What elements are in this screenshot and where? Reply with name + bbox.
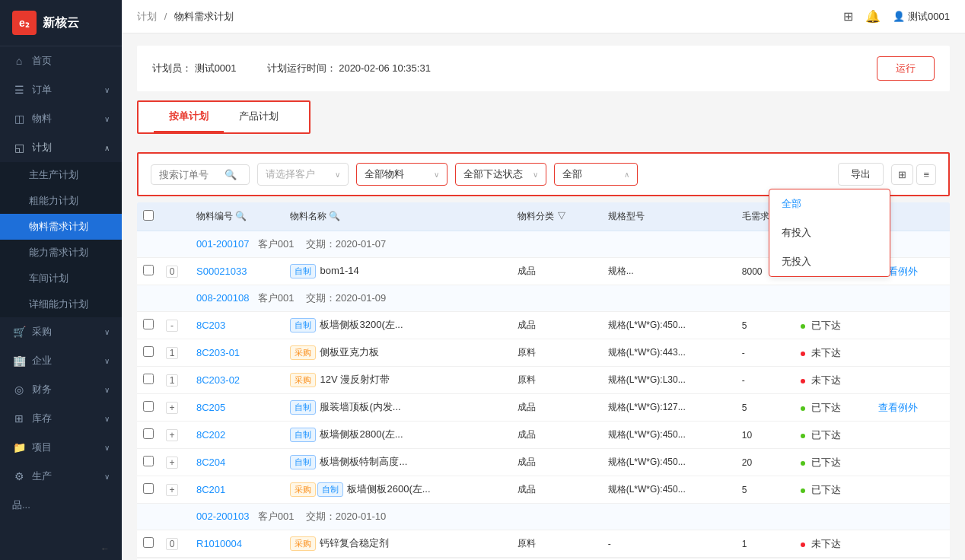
row-checkbox[interactable] (143, 265, 154, 275)
order-delivery: 交期：2020-01-09 (306, 292, 387, 304)
order-delivery: 交期：2020-01-10 (306, 511, 387, 522)
status-text: 未下达 (811, 374, 841, 386)
logo-icon: e₂ (12, 11, 37, 35)
material-code-link[interactable]: 8C203 (196, 320, 225, 331)
expand-btn[interactable]: 1 (166, 374, 178, 387)
sidebar-item-company[interactable]: 🏢 企业 ∨ (0, 346, 122, 375)
row-checkbox[interactable] (143, 537, 154, 548)
sidebar-item-master-plan[interactable]: 主生产计划 (0, 162, 122, 188)
run-time-info: 计划运行时间： 2020-02-06 10:35:31 (267, 62, 431, 75)
expand-btn[interactable]: + (166, 429, 178, 441)
export-button[interactable]: 导出 (838, 163, 884, 186)
material-select[interactable]: 全部物料 ∨ (356, 163, 447, 186)
sidebar-item-label: 物料 (32, 112, 52, 126)
dropdown-item-with-input[interactable]: 有投入 (769, 218, 890, 247)
status-text: 已下达 (811, 457, 841, 468)
sidebar-item-mrp[interactable]: 物料需求计划 (0, 214, 122, 240)
material-category-cell: 成品 (511, 312, 601, 339)
material-name: 12V 漫反射灯带 (320, 374, 390, 385)
expand-btn[interactable]: + (166, 402, 178, 414)
list-view-btn[interactable]: ≡ (916, 164, 936, 185)
sidebar-item-order[interactable]: ☰ 订单 ∨ (0, 75, 122, 104)
material-code-link[interactable]: 8C205 (196, 402, 225, 413)
spec-cell: 规格(L*W*G):443... (602, 339, 736, 367)
expand-btn[interactable]: + (166, 457, 178, 469)
order-no-link[interactable]: 002-200103 (196, 511, 249, 522)
spec-cell: 规格(L*W*G):450... (602, 449, 736, 476)
row-checkbox[interactable] (143, 374, 154, 384)
sidebar-item-detail-capacity[interactable]: 详细能力计划 (0, 291, 122, 317)
dropdown-item-all[interactable]: 全部 (769, 189, 890, 218)
expand-btn[interactable]: - (166, 320, 178, 332)
material-code-link[interactable]: 8C203-02 (196, 374, 240, 386)
sidebar-item-production[interactable]: ⚙ 生产 ∨ (0, 462, 122, 491)
material-name: 板墙侧板3200(左... (320, 319, 403, 330)
expand-btn[interactable]: 0 (166, 266, 178, 278)
row-checkbox[interactable] (143, 483, 154, 494)
status-dot (801, 542, 805, 547)
sidebar-item-more[interactable]: 品... (0, 491, 122, 520)
status-dot (801, 406, 805, 411)
expand-btn[interactable]: 0 (166, 538, 178, 550)
tab-by-order[interactable]: 按单计划 (154, 102, 224, 132)
sidebar-collapse-btn[interactable]: ← (0, 537, 122, 560)
chevron-up-icon: ∧ (624, 170, 629, 179)
sidebar-item-home[interactable]: ⌂ 首页 (0, 46, 122, 75)
row-checkbox[interactable] (143, 346, 154, 357)
sidebar-item-material[interactable]: ◫ 物料 ∨ (0, 104, 122, 133)
table-row: + 8C205 自制 服装墙顶板(内发... 成品 规格(L*W*G):127.… (137, 394, 950, 422)
grid-icon[interactable]: ⊞ (843, 9, 853, 24)
action-link[interactable]: 查看例外 (878, 402, 918, 413)
material-code-link[interactable]: 8C201 (196, 484, 225, 495)
sidebar-item-capacity-req[interactable]: 能力需求计划 (0, 240, 122, 266)
col-material-name: 物料名称 🔍 (284, 202, 511, 231)
row-checkbox[interactable] (143, 428, 154, 439)
user-menu[interactable]: 👤 测试0001 (893, 10, 950, 24)
table-order-row: 002-200103 客户001 交期：2020-01-10 (137, 504, 950, 530)
row-checkbox[interactable] (143, 401, 154, 412)
expand-btn[interactable]: + (166, 484, 178, 496)
delivery-select[interactable]: 全部 ∧ (554, 163, 638, 186)
expand-btn[interactable]: 1 (166, 347, 178, 359)
material-code-link[interactable]: 8C202 (196, 429, 225, 441)
customer-select[interactable]: 请选择客户 ∨ (257, 163, 349, 186)
chevron-down-icon: ∨ (104, 386, 110, 394)
sidebar-item-workshop-plan[interactable]: 车间计划 (0, 266, 122, 291)
select-all-checkbox[interactable] (143, 210, 154, 221)
sidebar-item-project[interactable]: 📁 项目 ∨ (0, 433, 122, 462)
demand-cell: 10 (736, 422, 795, 449)
order-no-field[interactable] (159, 169, 220, 180)
material-name: 服装墙顶板(内发... (320, 401, 400, 412)
material-code-link[interactable]: 8C204 (196, 457, 225, 468)
sidebar-item-rough-capacity[interactable]: 粗能力计划 (0, 188, 122, 214)
order-search-input[interactable]: 🔍 (151, 164, 250, 185)
sidebar-item-label: 计划 (32, 141, 52, 154)
material-code-link[interactable]: S00021033 (196, 266, 247, 277)
chevron-down-icon: ∨ (104, 86, 110, 94)
material-name: 板墙侧板2800(左... (320, 428, 403, 440)
sidebar-item-purchase[interactable]: 🛒 采购 ∨ (0, 317, 122, 346)
row-checkbox[interactable] (143, 456, 154, 466)
run-button[interactable]: 运行 (877, 56, 935, 81)
material-code-link[interactable]: R1010004 (196, 538, 242, 549)
status-text: 已下达 (811, 429, 841, 441)
sidebar-item-finance[interactable]: ◎ 财务 ∨ (0, 375, 122, 404)
spec-cell: 规格... (602, 258, 736, 285)
filter-section: 🔍 请选择客户 ∨ 全部物料 ∨ 全部下达状态 ∨ 全部 ∧ (137, 152, 950, 196)
material-code-cell: 8C203-01 (190, 339, 284, 367)
material-code-link[interactable]: 8C203-01 (196, 347, 240, 358)
grid-view-btn[interactable]: ⊞ (891, 164, 913, 185)
tab-by-product[interactable]: 产品计划 (224, 102, 294, 132)
order-no-link[interactable]: 008-200108 (196, 292, 249, 304)
dropdown-item-no-input[interactable]: 无投入 (769, 247, 890, 276)
bell-icon[interactable]: 🔔 (865, 9, 881, 24)
sidebar-item-plan[interactable]: ◱ 计划 ∧ (0, 133, 122, 162)
material-category-cell: 成品 (511, 476, 601, 504)
status-select[interactable]: 全部下达状态 ∨ (455, 163, 546, 186)
plan-submenu: 主生产计划 粗能力计划 物料需求计划 能力需求计划 车间计划 详细能力计划 (0, 162, 122, 317)
sidebar-item-inventory[interactable]: ⊞ 库存 ∨ (0, 404, 122, 433)
material-name: 侧板亚克力板 (320, 346, 379, 358)
chevron-down-icon: ∨ (104, 115, 110, 123)
order-no-link[interactable]: 001-200107 (196, 238, 249, 250)
row-checkbox[interactable] (143, 319, 154, 329)
